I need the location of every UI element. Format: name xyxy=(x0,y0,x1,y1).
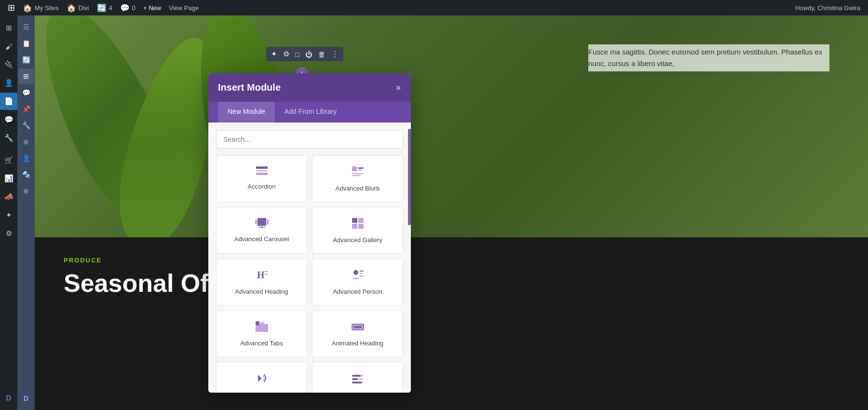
divi-settings[interactable]: 💬 xyxy=(18,85,34,100)
sidebar-woocommerce[interactable]: 🛒 xyxy=(0,151,17,169)
wp-sidebar: ⊞ 🖌 🔌 👤 📄 💬 🔧 🛒 📊 📣 ✦ ⚙ D xyxy=(0,15,17,410)
module-search-input[interactable] xyxy=(216,130,403,149)
advanced-gallery-icon xyxy=(351,217,365,232)
divi-divi-logo[interactable]: D xyxy=(18,391,34,406)
module-audio[interactable]: Audio xyxy=(216,362,307,393)
module-advanced-gallery[interactable]: Advanced Gallery xyxy=(312,207,403,254)
module-animated-heading[interactable]: Animated Heading xyxy=(312,310,403,357)
advanced-heading-label: Advanced Heading xyxy=(235,288,288,295)
svg-point-12 xyxy=(261,226,263,228)
modal-close-button[interactable]: × xyxy=(395,83,401,93)
svg-rect-10 xyxy=(267,219,269,224)
divi-theme[interactable]: 🔧 xyxy=(18,118,34,133)
accordion-icon xyxy=(255,165,269,179)
svg-rect-6 xyxy=(352,173,364,174)
svg-rect-8 xyxy=(258,218,266,226)
module-bar-counters[interactable]: Bar Counters xyxy=(312,362,403,393)
sidebar-users[interactable]: 👤 xyxy=(0,74,17,92)
advanced-blurb-label: Advanced Blurb xyxy=(336,185,380,192)
svg-rect-5 xyxy=(358,170,362,171)
modal-tabs: New Module Add From Library xyxy=(208,102,411,123)
module-advanced-person[interactable]: Advanced Person xyxy=(312,259,403,305)
bar-counters-label: Bar Counters xyxy=(339,391,376,393)
main-content: Fusce ma sagittis. Donec euismod sem pre… xyxy=(35,15,868,410)
advanced-tabs-icon xyxy=(255,320,269,336)
module-advanced-blurb[interactable]: Advanced Blurb xyxy=(312,155,403,202)
sidebar-appearance[interactable]: 🖌 xyxy=(0,38,17,55)
user-greeting: Howdy, Christina Gwira xyxy=(791,4,864,12)
new-menu[interactable]: + New xyxy=(139,0,165,15)
modal-scrollbar[interactable] xyxy=(408,129,411,225)
svg-rect-0 xyxy=(256,166,268,169)
divi-pin[interactable]: 📌 xyxy=(18,101,34,117)
view-page-link[interactable]: View Page xyxy=(165,0,203,15)
module-advanced-heading[interactable]: H Advanced Heading xyxy=(216,259,307,305)
divi-extra[interactable]: ⊕ xyxy=(18,134,34,150)
svg-text:H: H xyxy=(257,270,265,280)
module-accordion[interactable]: Accordion xyxy=(216,155,307,202)
my-sites-menu[interactable]: 🏠 My Sites xyxy=(19,0,63,15)
sidebar-divi-bottom[interactable]: D xyxy=(0,389,17,406)
divi-modules[interactable]: ⊞ xyxy=(18,68,34,84)
divi-pages[interactable]: 📋 xyxy=(18,36,34,51)
svg-rect-4 xyxy=(358,167,364,169)
toolbar-move[interactable]: ✦ xyxy=(271,50,277,58)
updates-menu[interactable]: 🔄 4 xyxy=(93,0,116,15)
comments-menu[interactable]: 💬 0 xyxy=(116,0,139,15)
audio-icon xyxy=(255,372,269,387)
toolbar-more[interactable]: ⋮ xyxy=(331,50,339,58)
accordion-label: Accordion xyxy=(248,183,276,190)
divi-layers[interactable]: ☰ xyxy=(18,19,34,35)
wp-logo[interactable]: ⊞ xyxy=(4,0,19,15)
animated-heading-icon xyxy=(351,320,365,336)
admin-bar: ⊞ 🏠 My Sites 🏠 Divi 🔄 4 💬 0 + New View P… xyxy=(0,0,868,15)
svg-rect-3 xyxy=(352,166,357,171)
module-advanced-carousel[interactable]: Advanced Carousel xyxy=(216,207,307,254)
modal-title: Insert Module xyxy=(218,82,281,93)
sidebar-plugins[interactable]: 🔌 xyxy=(0,56,17,73)
svg-rect-32 xyxy=(352,375,361,377)
toolbar-resize[interactable]: □ xyxy=(295,50,299,58)
module-toolbar: ✦ ⚙ □ ⏻ 🗑 ⋮ xyxy=(266,47,343,61)
svg-point-21 xyxy=(353,270,358,275)
bar-counters-icon xyxy=(351,372,365,387)
svg-rect-27 xyxy=(260,322,264,325)
insert-module-modal: Insert Module × New Module Add From Libr… xyxy=(208,73,411,393)
sidebar-marketing[interactable]: 📣 xyxy=(0,188,17,205)
svg-rect-23 xyxy=(360,273,363,274)
text-overlay: Fusce ma sagittis. Donec euismod sem pre… xyxy=(588,44,829,71)
svg-point-13 xyxy=(263,226,265,228)
sidebar-comments[interactable]: 💬 xyxy=(0,111,17,128)
sidebar-extra[interactable]: ✦ xyxy=(0,206,17,224)
sidebar-pages[interactable]: 📄 xyxy=(0,93,17,110)
hero-section: Fusce ma sagittis. Donec euismod sem pre… xyxy=(35,15,868,237)
svg-rect-24 xyxy=(360,275,364,276)
animated-heading-label: Animated Heading xyxy=(332,340,383,347)
svg-marker-30 xyxy=(258,375,262,382)
divi-menu[interactable]: 🏠 Divi xyxy=(63,0,93,15)
svg-rect-36 xyxy=(352,382,362,383)
divi-wrench[interactable]: 🔩 xyxy=(18,167,34,182)
modules-grid: Accordion Adv xyxy=(216,155,403,393)
module-advanced-tabs[interactable]: Advanced Tabs xyxy=(216,310,307,357)
divi-history[interactable]: 🔄 xyxy=(18,52,34,68)
svg-rect-26 xyxy=(256,321,259,325)
toolbar-toggle[interactable]: ⏻ xyxy=(305,50,312,58)
svg-rect-15 xyxy=(358,218,364,223)
svg-rect-17 xyxy=(358,224,364,229)
tab-new-module[interactable]: New Module xyxy=(218,102,275,123)
divi-sidebar: ☰ 📋 🔄 ⊞ 💬 📌 🔧 ⊕ 👤 🔩 ⊕ D xyxy=(17,15,35,410)
sidebar-tools[interactable]: 🔧 xyxy=(0,129,17,147)
divi-search[interactable]: 👤 xyxy=(18,150,34,166)
sidebar-dashboard[interactable]: ⊞ xyxy=(0,19,17,37)
toolbar-delete[interactable]: 🗑 xyxy=(318,50,326,58)
sidebar-analytics[interactable]: 📊 xyxy=(0,170,17,187)
svg-rect-34 xyxy=(352,378,358,380)
advanced-person-label: Advanced Person xyxy=(333,288,382,295)
tab-add-from-library[interactable]: Add From Library xyxy=(275,102,346,123)
divi-add[interactable]: ⊕ xyxy=(18,183,34,199)
svg-rect-2 xyxy=(256,173,268,175)
svg-rect-7 xyxy=(352,175,361,176)
sidebar-settings[interactable]: ⚙ xyxy=(0,225,17,242)
toolbar-settings[interactable]: ⚙ xyxy=(283,50,289,58)
